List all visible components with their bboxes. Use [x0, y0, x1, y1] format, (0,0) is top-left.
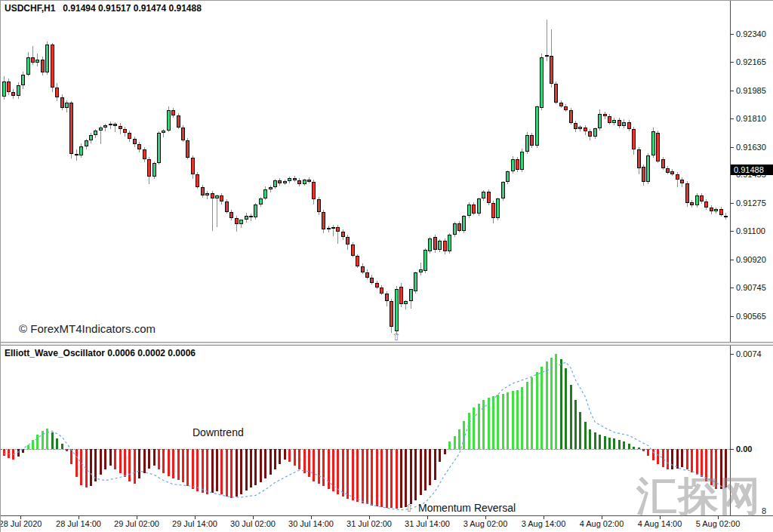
oscillator-bar [526, 382, 528, 449]
candle-body [249, 216, 253, 217]
oscillator-bar [482, 400, 485, 449]
oscillator-bar [492, 396, 494, 449]
candle-body [186, 140, 189, 158]
time-axis-label: 29 Jul 02:00 [114, 519, 159, 528]
candle-body [263, 189, 267, 198]
candle-body [370, 278, 374, 283]
oscillator-bar [512, 391, 514, 449]
oscillator-bar [211, 449, 214, 493]
oscillator-bar [657, 449, 659, 464]
candle-body [390, 301, 393, 327]
oscillator-bar [8, 449, 10, 458]
oscillator-bar [240, 449, 242, 494]
oscillator-bar [502, 394, 504, 449]
oscillator-bar [124, 449, 126, 477]
candle-body [60, 97, 64, 108]
oscillator-bar [652, 449, 654, 460]
oscillator-bar [488, 398, 490, 449]
price-axis-label: 0.92340 [736, 29, 766, 38]
candle-body [317, 199, 321, 212]
candle-body [245, 216, 248, 220]
oscillator-bar [236, 449, 238, 497]
oscillator-bar [531, 377, 533, 449]
oscillator-bar [56, 438, 58, 449]
time-axis-label: 29 Jul 14:00 [172, 519, 217, 528]
candle-body [632, 129, 636, 149]
oscillator-bar [676, 449, 679, 469]
price-tick [730, 288, 734, 288]
oscillator-bar [328, 449, 330, 489]
oscillator-bar [584, 422, 587, 449]
downtrend-label: Downtrend [192, 426, 244, 438]
candle-body [51, 45, 54, 88]
oscillator-bar [85, 449, 88, 487]
panel-splitter[interactable] [1, 342, 773, 346]
oscillator-panel[interactable]: Elliott_Wave_Oscillator 0.0006 0.0002 0.… [1, 346, 730, 515]
oscillator-bar [294, 449, 296, 466]
oscillator-bar [279, 449, 281, 464]
oscillator-bar [3, 449, 5, 456]
candle-body [361, 266, 365, 272]
oscillator-bar [613, 438, 615, 449]
candle-body [491, 203, 495, 218]
price-tick [730, 231, 734, 232]
candle-body [467, 204, 471, 216]
oscillator-bar [458, 429, 460, 449]
candle-body [196, 174, 199, 187]
oscillator-bar [410, 449, 412, 504]
momentum-reversal-label: Momentum Reversal [418, 502, 516, 514]
candle-body [331, 227, 335, 229]
candle-wick [217, 195, 217, 227]
oscillator-bar [589, 429, 591, 449]
candle-body [26, 57, 30, 75]
candle-body [123, 129, 127, 133]
oscillator-bar [36, 435, 38, 449]
stray-digit-text: 8 [762, 506, 766, 515]
candle-body [428, 238, 432, 251]
oscillator-bar [104, 449, 106, 469]
candle-body [496, 198, 500, 218]
candle-body [588, 131, 592, 137]
oscillator-bar [269, 449, 272, 475]
oscillator-bar [570, 385, 572, 449]
price-tick [730, 147, 734, 148]
candle-body [477, 198, 481, 214]
candle-body [385, 294, 389, 301]
candle-body [661, 159, 665, 168]
candle-body [65, 103, 69, 108]
oscillator-bar [497, 395, 499, 449]
candle-body [603, 114, 607, 116]
oscillator-bar [12, 449, 14, 460]
candle-body [719, 209, 723, 215]
time-axis-label: 28 Jul 2020 [0, 519, 42, 528]
candle-body [220, 195, 223, 201]
candle-body [574, 123, 577, 129]
oscillator-bar [220, 449, 223, 494]
oscillator-bar [313, 449, 315, 481]
candle-body [35, 60, 39, 63]
candle-body [322, 212, 325, 229]
candle-body [564, 106, 568, 110]
candle-body [128, 133, 131, 139]
candle-body [506, 171, 510, 182]
time-axis-label: 5 Aug 02:00 [696, 519, 741, 528]
candle-body [109, 124, 112, 125]
oscillator-bar [186, 449, 189, 486]
price-tick [730, 174, 734, 175]
price-chart-panel[interactable]: USDCHF,H1 0.91494 0.91517 0.91474 0.9148… [1, 1, 730, 342]
oscillator-bar [206, 449, 208, 494]
candle-body [133, 139, 137, 144]
candle-body [307, 180, 311, 182]
oscillator-bar [342, 449, 344, 497]
candle-body [259, 198, 263, 204]
oscillator-bar [172, 449, 174, 478]
candle-body [215, 195, 219, 198]
oscillator-bar [332, 449, 334, 491]
candle-body [143, 149, 146, 159]
candle-body [283, 181, 287, 183]
time-axis-label: 30 Jul 14:00 [288, 519, 334, 528]
candle-body [554, 84, 558, 103]
candle-body [525, 135, 529, 152]
candle-body [41, 60, 45, 72]
candle-body [99, 128, 103, 131]
